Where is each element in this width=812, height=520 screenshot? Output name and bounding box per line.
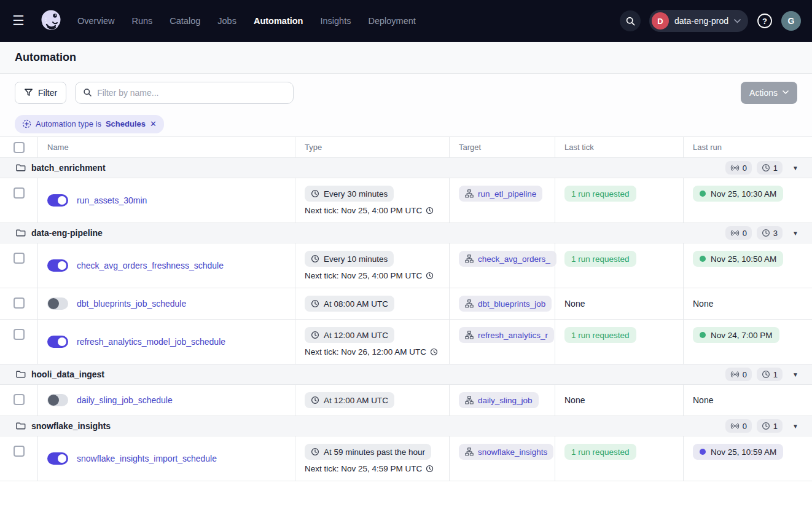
enabled-toggle[interactable] [47,336,68,348]
dagster-logo-icon [38,8,64,34]
menu-icon[interactable]: ☰ [12,13,31,29]
group-section: snowflake_insights 0 1 ▼ [0,416,812,481]
user-avatar[interactable]: G [781,11,801,31]
deployment-selector[interactable]: D data-eng-prod [649,10,748,32]
automation-type-filter-chip[interactable]: Automation type is Schedules ✕ [15,115,164,133]
last-tick-badge[interactable]: 1 run requested [564,186,636,202]
last-run-badge[interactable]: Nov 25, 10:30 AM [693,186,783,202]
group-header-row[interactable]: data-eng-pipeline 0 3 ▼ [0,223,812,243]
next-tick-text: Next tick: Nov 26, 12:00 AM UTC [305,347,426,357]
row-checkbox[interactable] [14,297,25,309]
last-run-time: Nov 25, 10:30 AM [711,189,776,199]
automation-name-link[interactable]: run_assets_30min [77,195,147,205]
job-graph-icon [465,447,474,456]
enabled-toggle[interactable] [47,452,68,465]
collapse-caret-icon[interactable]: ▼ [792,165,798,171]
group-name: hooli_data_ingest [31,369,104,379]
target-link[interactable]: run_etl_pipeline [459,186,542,202]
toolbar: Filter Actions [0,74,812,111]
next-tick-text: Next tick: Nov 25, 4:59 PM UTC [305,464,422,473]
last-tick-badge[interactable]: 1 run requested [564,327,636,343]
group-header-row[interactable]: hooli_data_ingest 0 1 ▼ [0,364,812,385]
next-tick-text: Next tick: Nov 25, 4:00 PM UTC [305,206,422,215]
enabled-toggle[interactable] [47,194,68,207]
last-tick-badge[interactable]: 1 run requested [564,251,636,267]
select-all-checkbox[interactable] [14,142,25,153]
last-run-cell: Nov 25, 10:59 AM [683,436,812,481]
last-run-badge[interactable]: None [693,296,713,312]
enabled-toggle[interactable] [47,259,68,272]
actions-button[interactable]: Actions [741,82,797,104]
last-run-badge[interactable]: Nov 25, 10:50 AM [693,251,783,267]
row-checkbox[interactable] [14,446,25,457]
table-header-row: Name Type Target Last tick Last run [0,137,812,158]
nav-item-catalog[interactable]: Catalog [170,16,200,26]
type-cell: Every 10 minutes Next tick: Nov 25, 4:00… [295,243,449,288]
group-counts: 0 3 ▼ [725,226,798,240]
row-checkbox[interactable] [14,329,25,340]
chevron-down-icon [783,90,789,95]
automation-name-link[interactable]: snowflake_insights_import_schedule [77,454,217,463]
nav-item-insights[interactable]: Insights [320,16,351,26]
target-link[interactable]: daily_sling_job [459,392,539,408]
last-tick-cell: 1 run requested [555,178,683,223]
automation-name-link[interactable]: daily_sling_job_schedule [77,395,173,405]
target-link[interactable]: check_avg_orders_ [459,251,556,267]
row-checkbox[interactable] [14,253,25,264]
group-counts: 0 1 ▼ [725,419,798,433]
automation-name-link[interactable]: refresh_analytics_model_job_schedule [77,337,225,347]
name-cell: check_avg_orders_freshness_schdule [37,243,295,288]
job-graph-icon [465,189,474,198]
last-tick-badge[interactable]: None [564,296,585,312]
group-header-row[interactable]: snowflake_insights 0 1 ▼ [0,416,812,436]
row-checkbox[interactable] [14,394,25,405]
help-button[interactable]: ? [757,13,773,29]
automation-row: dbt_blueprints_job_schedule At 08:00 AM … [0,288,812,320]
last-run-badge[interactable]: Nov 25, 10:59 AM [693,444,783,460]
nav-item-jobs[interactable]: Jobs [217,16,236,26]
group-counts: 0 1 ▼ [725,161,798,175]
last-run-badge[interactable]: Nov 24, 7:00 PM [693,327,779,343]
column-header-last-run: Last run [683,137,812,157]
last-tick-badge[interactable]: None [564,392,585,408]
search-button[interactable] [620,10,641,31]
automation-row: check_avg_orders_freshness_schdule Every… [0,243,812,288]
type-cell: At 12:00 AM UTC Next tick: Nov 26, 12:00… [295,320,449,364]
schedule-text: At 12:00 AM UTC [324,331,388,340]
automation-name-link[interactable]: dbt_blueprints_job_schedule [77,299,186,309]
clock-icon [762,370,770,379]
type-cell: At 08:00 AM UTC [295,288,449,319]
automation-row: refresh_analytics_model_job_schedule At … [0,320,812,364]
nav-item-automation[interactable]: Automation [254,16,303,26]
name-filter-input[interactable] [97,88,286,98]
target-link[interactable]: refresh_analytics_r [459,327,554,343]
last-tick-cell: 1 run requested [555,243,683,288]
sensor-count-badge: 0 [725,419,752,433]
group-counts: 0 1 ▼ [725,368,798,381]
last-run-badge[interactable]: None [693,392,713,408]
nav-item-runs[interactable]: Runs [131,16,152,26]
group-header-row[interactable]: batch_enrichment 0 1 ▼ [0,158,812,178]
enabled-toggle[interactable] [47,297,68,310]
last-run-cell: Nov 25, 10:30 AM [683,178,812,223]
schedule-count: 1 [773,422,778,431]
collapse-caret-icon[interactable]: ▼ [792,230,798,237]
job-graph-icon [465,299,474,308]
row-checkbox[interactable] [14,187,25,199]
target-link[interactable]: dbt_blueprints_job [459,296,552,312]
nav-item-overview[interactable]: Overview [77,16,114,26]
collapse-caret-icon[interactable]: ▼ [792,423,798,430]
nav-item-deployment[interactable]: Deployment [368,16,415,26]
schedule-count: 1 [773,370,778,379]
last-tick-badge[interactable]: 1 run requested [564,444,636,460]
automation-row: daily_sling_job_schedule At 12:00 AM UTC… [0,385,812,416]
target-link[interactable]: snowflake_insights [459,444,553,460]
enabled-toggle[interactable] [47,394,68,406]
collapse-caret-icon[interactable]: ▼ [792,371,798,378]
target-name: run_etl_pipeline [478,189,536,199]
filter-chip-value: Schedules [106,119,146,128]
close-icon[interactable]: ✕ [150,119,157,128]
filter-button[interactable]: Filter [15,82,66,104]
target-name: snowflake_insights [478,447,547,457]
automation-name-link[interactable]: check_avg_orders_freshness_schdule [77,261,224,270]
